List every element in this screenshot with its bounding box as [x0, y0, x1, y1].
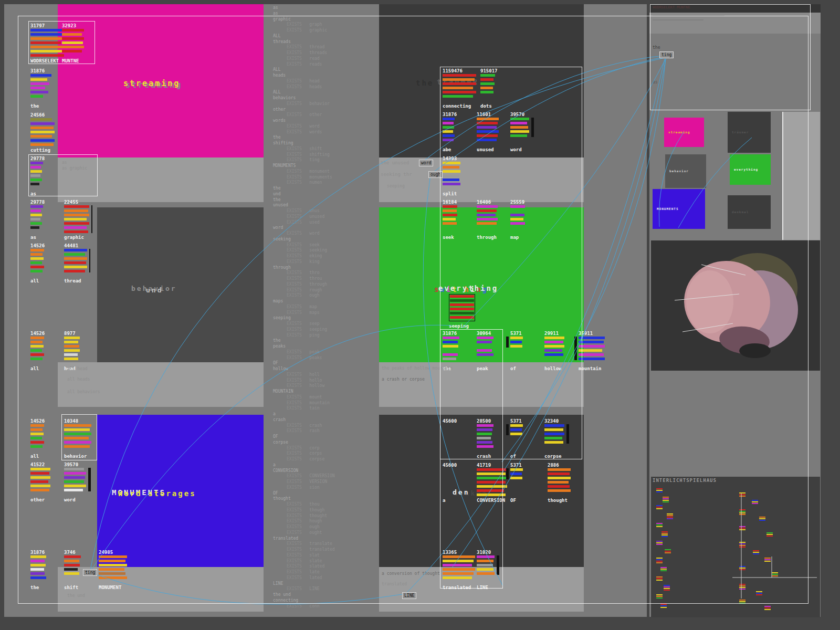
- word-list-line[interactable]: EXISTS hough: [273, 519, 335, 524]
- bar-stack-of[interactable]: 5371of: [510, 331, 530, 373]
- bar-stack-as[interactable]: 29778as: [30, 156, 50, 198]
- word-list-line[interactable]: thought: [273, 496, 335, 502]
- minimap-block-streaming[interactable]: streaming: [664, 118, 704, 147]
- word-list-line[interactable]: EXISTS map: [273, 304, 335, 310]
- word-list-line[interactable]: und: [273, 192, 335, 197]
- word-list-line[interactable]: EXISTS word: [273, 231, 335, 237]
- collector-chip[interactable]: ting: [659, 51, 674, 58]
- word-list-line[interactable]: EXISTS shift: [273, 146, 335, 152]
- bar-stack-MONUMENT[interactable]: 24985MONUMENT: [99, 550, 134, 592]
- word-list-line[interactable]: EXISTS CONVERSION: [273, 474, 335, 479]
- word-list-line[interactable]: ALL: [273, 34, 335, 39]
- word-list-line[interactable]: EXISTS ough: [273, 524, 335, 530]
- minimap-lightcolumn[interactable]: [783, 112, 820, 240]
- bar-stack-through[interactable]: 16406through: [477, 200, 505, 242]
- word-list-line[interactable]: EXISTS used: [273, 220, 335, 226]
- bar-stack-MUNTNE[interactable]: 32923MUNTNE: [62, 23, 91, 65]
- word-list-line[interactable]: peaks: [273, 344, 335, 350]
- word-list-line[interactable]: EXISTS ting: [273, 158, 335, 163]
- word-list-line[interactable]: EXISTS slat: [273, 553, 335, 559]
- word-list-line[interactable]: EXISTS shifting: [273, 152, 335, 158]
- word-list-line[interactable]: EXISTS through: [273, 282, 335, 288]
- bar-stack-graphic[interactable]: 22455graphic: [64, 200, 97, 242]
- bar-stack-crash[interactable]: 28500crash: [477, 418, 501, 460]
- word-list-line[interactable]: EXISTS monuments: [273, 175, 335, 181]
- word-list-line[interactable]: maps: [273, 299, 335, 304]
- word-list-line[interactable]: EXISTS seep: [273, 321, 335, 327]
- word-list-line[interactable]: EXISTS maps: [273, 310, 335, 316]
- word-list-line[interactable]: EXISTS unus: [273, 208, 335, 214]
- word-list-line[interactable]: EXISTS peaks: [273, 355, 335, 361]
- word-list-line[interactable]: EXISTS graph: [273, 22, 335, 28]
- token-chip[interactable]: ough: [428, 171, 443, 178]
- word-list-line[interactable]: EXISTS conn: [273, 604, 335, 610]
- word-list-line[interactable]: the und: [273, 592, 335, 598]
- word-list-line[interactable]: EXISTS corps: [273, 451, 335, 457]
- bar-stack-LINE[interactable]: 31020LINE: [477, 550, 502, 592]
- band-left-1[interactable]: [58, 158, 264, 202]
- word-list-line[interactable]: EXISTS hollow: [273, 383, 335, 389]
- word-list-line[interactable]: EXISTS unused: [273, 214, 335, 220]
- word-list-line[interactable]: EXISTS seeking: [273, 248, 335, 254]
- bar-stack-cutting[interactable]: 24566cutting: [30, 112, 62, 154]
- word-list-line[interactable]: EXISTS tain: [273, 406, 335, 412]
- token-chip[interactable]: word: [419, 160, 433, 166]
- word-list-line[interactable]: OF: [273, 434, 335, 440]
- band-mid-1[interactable]: [379, 158, 584, 202]
- bar-stack-unlabeled[interactable]: 45600: [443, 418, 464, 460]
- bar-stack-seeping[interactable]: seeping: [449, 288, 480, 330]
- word-list-line[interactable]: EXISTS behavior: [273, 101, 335, 107]
- word-list-line[interactable]: a: [273, 463, 335, 468]
- word-list-line[interactable]: EXISTS threads: [273, 50, 335, 56]
- bar-stack-peak[interactable]: 30964peak: [477, 331, 501, 373]
- word-list-line[interactable]: CONVERSION: [273, 468, 335, 474]
- word-list-line[interactable]: EXISTS sion: [273, 485, 335, 491]
- word-list-line[interactable]: crash: [273, 417, 335, 423]
- minimap-block-MONUMENTS[interactable]: MONUMENTS: [653, 189, 705, 229]
- word-list-line[interactable]: EXISTS throu: [273, 276, 335, 282]
- word-list-line[interactable]: the: [273, 197, 335, 203]
- word-list-line[interactable]: the: [273, 186, 335, 192]
- word-list-line[interactable]: EXISTS slated: [273, 564, 335, 570]
- word-list-line[interactable]: heads: [273, 73, 335, 79]
- word-list-line[interactable]: EXISTS translated: [273, 547, 335, 553]
- word-list-line[interactable]: EXISTS other: [273, 112, 335, 118]
- word-list-line[interactable]: EXISTS word: [273, 124, 335, 130]
- bar-stack-as[interactable]: 29778as: [30, 200, 50, 242]
- word-list-line[interactable]: EXISTS corp: [273, 446, 335, 452]
- word-list-line[interactable]: EXISTS peak: [273, 350, 335, 355]
- word-list-line[interactable]: EXISTS seek: [273, 243, 335, 248]
- word-list-line[interactable]: EXISTS heads: [273, 85, 335, 90]
- word-list-line[interactable]: seeping: [273, 316, 335, 321]
- word-list-line[interactable]: EXISTS mountain: [273, 401, 335, 406]
- bar-stack-word[interactable]: 39570word: [64, 462, 93, 504]
- bar-stack-CONVERSION[interactable]: 41719CONVERSION: [477, 463, 514, 505]
- interlicht-panel[interactable]: [651, 477, 820, 617]
- word-list-line[interactable]: unused: [273, 203, 335, 208]
- minimap-block-behavior[interactable]: behavior: [665, 154, 706, 188]
- word-list-line[interactable]: LINE: [273, 581, 335, 587]
- word-list-line[interactable]: EXISTS ping: [273, 333, 335, 339]
- bar-stack-all[interactable]: 14526all: [30, 418, 51, 460]
- bar-stack-the[interactable]: 31876the: [30, 68, 59, 110]
- bar-stack-all[interactable]: 14526all: [30, 331, 51, 373]
- word-list-line[interactable]: ALL: [273, 67, 335, 73]
- word-list-line[interactable]: EXISTS holl: [273, 372, 335, 378]
- word-list-line[interactable]: EXISTS graphic: [273, 28, 335, 34]
- word-list-line[interactable]: the: [273, 135, 335, 141]
- word-list-line[interactable]: EXISTS numen: [273, 180, 335, 186]
- word-list-line[interactable]: EXISTS rough: [273, 288, 335, 293]
- word-list-line[interactable]: seeking: [273, 237, 335, 243]
- bar-stack-split[interactable]: 14393split: [443, 156, 468, 198]
- word-list-line[interactable]: EXISTS VERSION: [273, 479, 335, 485]
- word-list-line[interactable]: as: [273, 5, 335, 11]
- band-left-2[interactable]: [58, 362, 264, 407]
- word-list-line[interactable]: EXISTS eking: [273, 254, 335, 259]
- sidebar-toolstrip[interactable]: [649, 13, 821, 34]
- bar-stack-thought[interactable]: 2886thought: [548, 463, 578, 505]
- bar-stack-a[interactable]: 45600a: [443, 463, 464, 505]
- word-list-line[interactable]: EXISTS lated: [273, 575, 335, 581]
- minimap-block-träumer[interactable]: träumer: [728, 112, 771, 153]
- word-list-line[interactable]: behaviors: [273, 96, 335, 101]
- word-list-line[interactable]: EXISTS corpse: [273, 457, 335, 463]
